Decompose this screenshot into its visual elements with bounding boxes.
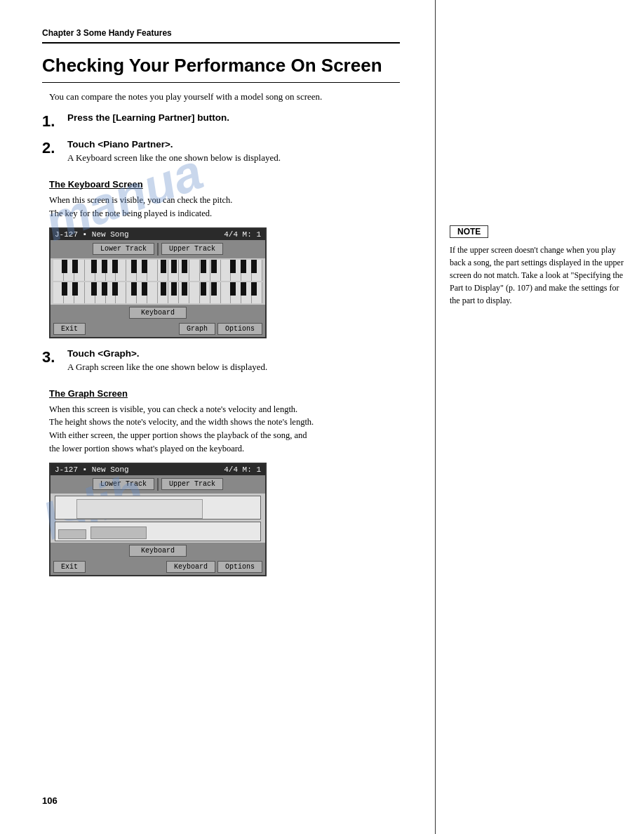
keyboard-piano-lower xyxy=(53,282,262,303)
graph-label-row: Keyboard xyxy=(51,543,265,559)
keyboard-lcd-container: J-127 ▪ New Song 4/4 M: 1 Lower Track Up… xyxy=(49,227,393,338)
keyboard-screen-line1: When this screen is visible, you can che… xyxy=(49,195,232,205)
step-2: 2. Touch <Piano Partner>. A Keyboard scr… xyxy=(42,139,400,171)
step-1-main-text: Press the [Learning Partner] button. xyxy=(67,112,400,123)
graph-screen-text: When this screen is visible, you can che… xyxy=(49,403,400,456)
graph-screen-line1: When this screen is visible, you can che… xyxy=(49,404,297,414)
graph-screen-heading: The Graph Screen xyxy=(49,388,400,399)
graph-upper-bar xyxy=(76,499,203,519)
keyboard-label-row: Keyboard xyxy=(51,305,265,321)
step-2-main-text: Touch <Piano Partner>. xyxy=(67,139,400,150)
graph-lcd-topbar-right: 4/4 M: 1 xyxy=(224,465,261,474)
track-divider xyxy=(157,243,159,256)
keyboard-graph-btn[interactable]: Graph xyxy=(179,323,215,335)
step-3-content: Touch <Graph>. A Graph screen like the o… xyxy=(67,348,400,380)
graph-lcd-topbar: J-127 ▪ New Song 4/4 M: 1 xyxy=(51,464,265,475)
graph-screen-line4: the lower portion shows what's played on… xyxy=(49,444,244,454)
keyboard-screen-text: When this screen is visible, you can che… xyxy=(49,194,400,220)
piano-row-upper xyxy=(53,260,262,281)
keyboard-options-btn[interactable]: Options xyxy=(217,323,262,335)
piano-row-lower xyxy=(53,282,262,303)
intro-text: You can compare the notes you play yours… xyxy=(49,91,400,102)
keyboard-lcd-topbar-right: 4/4 M: 1 xyxy=(224,230,261,239)
keyboard-exit-btn[interactable]: Exit xyxy=(53,323,86,335)
graph-exit-btn[interactable]: Exit xyxy=(53,561,86,573)
keyboard-screen-line2: The key for the note being played is ind… xyxy=(49,208,212,218)
sidebar: NOTE If the upper screen doesn't change … xyxy=(435,0,644,834)
graph-options-btn[interactable]: Options xyxy=(217,561,262,573)
section-title: Checking Your Performance On Screen xyxy=(42,55,400,77)
chapter-rule xyxy=(42,42,400,44)
keyboard-lcd-tracks: Lower Track Upper Track xyxy=(51,240,265,258)
step-1: 1. Press the [Learning Partner] button. xyxy=(42,112,400,131)
step-2-content: Touch <Piano Partner>. A Keyboard screen… xyxy=(67,139,400,171)
chapter-header: Chapter 3 Some Handy Features xyxy=(42,28,400,38)
graph-lower-bar1 xyxy=(58,529,86,539)
keyboard-lower-track-btn[interactable]: Lower Track xyxy=(93,243,154,255)
note-section: NOTE If the upper screen doesn't change … xyxy=(450,225,630,307)
graph-lcd-bottom: Exit Keyboard Options xyxy=(51,559,265,575)
graph-lcd-container: J-127 ▪ New Song 4/4 M: 1 Lower Track Up… xyxy=(49,463,393,576)
graph-screen-line3: With either screen, the upper portion sh… xyxy=(49,430,307,440)
keyboard-label-btn[interactable]: Keyboard xyxy=(129,307,187,319)
step-1-content: Press the [Learning Partner] button. xyxy=(67,112,400,126)
graph-lower-bar2 xyxy=(90,527,147,539)
graph-lower-track-btn[interactable]: Lower Track xyxy=(93,478,154,490)
section-rule xyxy=(42,82,400,83)
graph-track-divider xyxy=(157,478,159,491)
graph-lcd-tracks: Lower Track Upper Track xyxy=(51,475,265,494)
step-3-number: 3. xyxy=(42,348,67,366)
graph-lcd-topbar-text: J-127 ▪ New Song xyxy=(55,465,129,474)
step-2-number: 2. xyxy=(42,139,67,157)
keyboard-piano-upper xyxy=(53,260,262,281)
keyboard-screen-heading: The Keyboard Screen xyxy=(49,179,400,190)
step-3: 3. Touch <Graph>. A Graph screen like th… xyxy=(42,348,400,380)
step-3-sub-text: A Graph screen like the one shown below … xyxy=(67,362,400,373)
graph-keyboard-btn[interactable]: Keyboard xyxy=(166,561,215,573)
graph-label-btn[interactable]: Keyboard xyxy=(129,545,187,557)
main-content: manua lslib Chapter 3 Some Handy Feature… xyxy=(0,0,435,834)
keyboard-lcd-topbar-text: J-127 ▪ New Song xyxy=(55,230,129,239)
keyboard-lcd-screen: J-127 ▪ New Song 4/4 M: 1 Lower Track Up… xyxy=(49,227,267,338)
step-3-main-text: Touch <Graph>. xyxy=(67,348,400,359)
keyboard-lcd-topbar: J-127 ▪ New Song 4/4 M: 1 xyxy=(51,229,265,240)
graph-lower-area xyxy=(55,522,261,541)
graph-upper-area xyxy=(55,496,261,519)
step-2-sub-text: A Keyboard screen like the one shown bel… xyxy=(67,152,400,164)
keyboard-upper-track-btn[interactable]: Upper Track xyxy=(161,243,223,255)
note-box-label: NOTE xyxy=(450,225,488,238)
page-number: 106 xyxy=(42,795,58,806)
graph-screen-line2: The height shows the note's velocity, an… xyxy=(49,417,314,427)
step-1-number: 1. xyxy=(42,112,67,131)
graph-upper-track-btn[interactable]: Upper Track xyxy=(161,478,223,490)
keyboard-lcd-bottom: Exit Graph Options xyxy=(51,321,265,337)
note-box-text: If the upper screen doesn't change when … xyxy=(450,244,630,307)
graph-lcd-screen: J-127 ▪ New Song 4/4 M: 1 Lower Track Up… xyxy=(49,463,267,576)
